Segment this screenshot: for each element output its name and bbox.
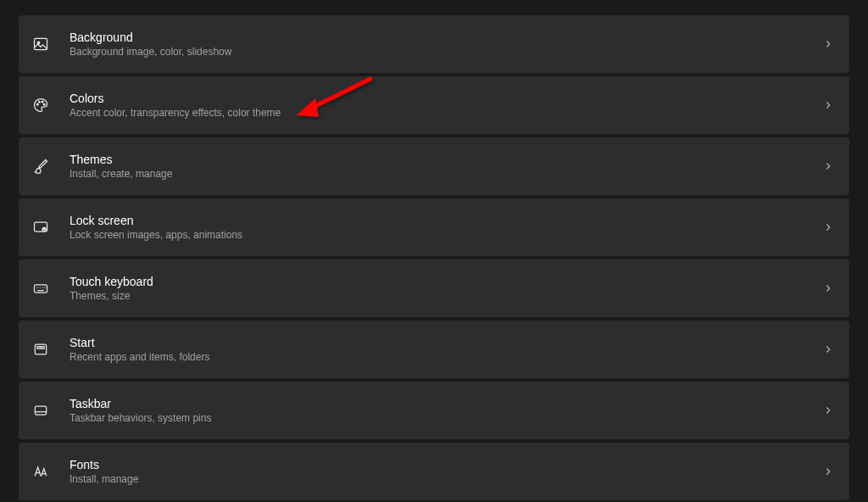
- taskbar-icon: [31, 400, 51, 421]
- chevron-right-icon: [822, 38, 834, 50]
- item-title: Touch keyboard: [70, 275, 822, 288]
- svg-rect-0: [35, 38, 47, 49]
- keyboard-icon: [31, 278, 51, 298]
- svg-point-2: [36, 103, 38, 105]
- svg-point-3: [39, 101, 41, 103]
- item-title: Lock screen: [70, 214, 822, 227]
- item-text: Taskbar Taskbar behaviors, system pins: [70, 397, 822, 424]
- item-text: Colors Accent color, transparency effect…: [70, 92, 822, 119]
- item-desc: Recent apps and items, folders: [70, 351, 822, 363]
- settings-item-themes[interactable]: Themes Install, create, manage: [19, 137, 849, 195]
- chevron-right-icon: [822, 282, 834, 294]
- settings-item-background[interactable]: Background Background image, color, slid…: [19, 15, 849, 73]
- svg-rect-10: [35, 344, 46, 354]
- settings-item-fonts[interactable]: Fonts Install, manage: [19, 443, 849, 500]
- item-title: Colors: [70, 92, 822, 105]
- item-title: Start: [70, 336, 822, 349]
- item-title: Taskbar: [70, 397, 822, 410]
- item-text: Themes Install, create, manage: [70, 153, 822, 180]
- start-icon: [31, 339, 51, 360]
- item-title: Themes: [70, 153, 822, 166]
- chevron-right-icon: [822, 221, 834, 233]
- item-text: Lock screen Lock screen images, apps, an…: [70, 214, 822, 241]
- svg-point-4: [42, 101, 43, 103]
- svg-rect-9: [35, 285, 47, 293]
- svg-rect-13: [35, 406, 46, 415]
- item-desc: Accent color, transparency effects, colo…: [70, 107, 822, 119]
- palette-icon: [31, 95, 51, 115]
- chevron-right-icon: [822, 404, 834, 416]
- item-title: Background: [70, 31, 822, 44]
- settings-item-taskbar[interactable]: Taskbar Taskbar behaviors, system pins: [19, 382, 849, 439]
- item-desc: Themes, size: [70, 290, 822, 302]
- chevron-right-icon: [822, 160, 834, 172]
- svg-rect-8: [43, 228, 45, 229]
- svg-rect-11: [37, 347, 40, 349]
- item-desc: Install, create, manage: [70, 168, 822, 180]
- item-desc: Lock screen images, apps, animations: [70, 229, 822, 241]
- item-text: Fonts Install, manage: [70, 458, 822, 485]
- item-title: Fonts: [70, 458, 822, 471]
- svg-point-5: [43, 103, 45, 105]
- settings-item-start[interactable]: Start Recent apps and items, folders: [19, 321, 849, 378]
- settings-item-touch-keyboard[interactable]: Touch keyboard Themes, size: [19, 259, 849, 317]
- item-desc: Install, manage: [70, 473, 822, 485]
- chevron-right-icon: [822, 466, 834, 477]
- item-text: Start Recent apps and items, folders: [70, 336, 822, 363]
- picture-icon: [31, 34, 51, 54]
- settings-item-colors[interactable]: Colors Accent color, transparency effect…: [19, 76, 849, 134]
- item-text: Touch keyboard Themes, size: [70, 275, 822, 302]
- item-text: Background Background image, color, slid…: [70, 31, 822, 58]
- svg-rect-12: [42, 347, 44, 349]
- item-desc: Taskbar behaviors, system pins: [70, 412, 822, 424]
- chevron-right-icon: [822, 343, 834, 355]
- lock-screen-icon: [31, 217, 51, 237]
- settings-list: Background Background image, color, slid…: [19, 15, 849, 500]
- settings-item-lock-screen[interactable]: Lock screen Lock screen images, apps, an…: [19, 198, 849, 256]
- brush-icon: [31, 156, 51, 176]
- item-desc: Background image, color, slideshow: [70, 46, 822, 58]
- fonts-icon: [31, 461, 51, 482]
- chevron-right-icon: [822, 99, 834, 111]
